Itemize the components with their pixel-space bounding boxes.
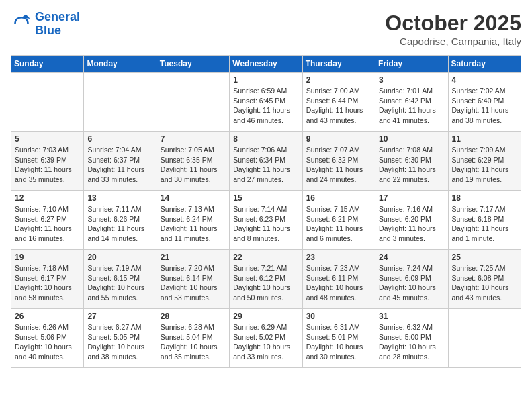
day-number: 31 <box>379 312 444 321</box>
day-info: Sunrise: 7:24 AM Sunset: 6:09 PM Dayligh… <box>379 263 444 303</box>
day-info: Sunrise: 7:14 AM Sunset: 6:23 PM Dayligh… <box>233 204 298 244</box>
day-number: 27 <box>87 312 152 321</box>
day-info: Sunrise: 7:23 AM Sunset: 6:11 PM Dayligh… <box>306 263 371 303</box>
day-info: Sunrise: 7:17 AM Sunset: 6:18 PM Dayligh… <box>452 204 517 244</box>
calendar-day-cell <box>157 73 229 132</box>
day-number: 7 <box>161 134 226 144</box>
calendar-week-row: 19 Sunrise: 7:18 AM Sunset: 6:17 PM Dayl… <box>11 250 521 309</box>
day-number: 5 <box>15 134 80 144</box>
weekday-header: Friday <box>375 56 448 73</box>
weekday-header: Sunday <box>11 56 84 73</box>
calendar-day-cell: 29 Sunrise: 6:29 AM Sunset: 5:02 PM Dayl… <box>230 309 302 368</box>
day-info: Sunrise: 7:16 AM Sunset: 6:20 PM Dayligh… <box>379 204 444 244</box>
calendar-day-cell: 19 Sunrise: 7:18 AM Sunset: 6:17 PM Dayl… <box>11 250 84 309</box>
calendar-day-cell: 13 Sunrise: 7:11 AM Sunset: 6:26 PM Dayl… <box>84 191 157 250</box>
day-number: 13 <box>87 193 152 203</box>
calendar-day-cell <box>11 73 84 132</box>
day-info: Sunrise: 7:00 AM Sunset: 6:44 PM Dayligh… <box>306 86 371 126</box>
day-number: 23 <box>306 253 371 262</box>
weekday-header: Wednesday <box>230 56 302 73</box>
day-info: Sunrise: 7:21 AM Sunset: 6:12 PM Dayligh… <box>233 263 298 303</box>
calendar-day-cell: 9 Sunrise: 7:07 AM Sunset: 6:32 PM Dayli… <box>302 132 375 191</box>
day-number: 8 <box>233 134 298 144</box>
calendar-day-cell: 11 Sunrise: 7:09 AM Sunset: 6:29 PM Dayl… <box>448 132 521 191</box>
day-number: 12 <box>15 193 80 203</box>
calendar-day-cell: 2 Sunrise: 7:00 AM Sunset: 6:44 PM Dayli… <box>302 73 375 132</box>
calendar-day-cell: 5 Sunrise: 7:03 AM Sunset: 6:39 PM Dayli… <box>11 132 84 191</box>
weekday-header: Monday <box>84 56 157 73</box>
title-block: October 2025 Capodrise, Campania, Italy <box>385 11 521 47</box>
calendar-week-row: 26 Sunrise: 6:26 AM Sunset: 5:06 PM Dayl… <box>11 309 521 368</box>
day-number: 24 <box>379 253 444 262</box>
day-info: Sunrise: 7:15 AM Sunset: 6:21 PM Dayligh… <box>306 204 371 244</box>
calendar-day-cell: 1 Sunrise: 6:59 AM Sunset: 6:45 PM Dayli… <box>230 73 302 132</box>
day-number: 2 <box>306 75 371 85</box>
day-info: Sunrise: 7:01 AM Sunset: 6:42 PM Dayligh… <box>379 86 444 126</box>
logo-blue: Blue <box>35 24 61 37</box>
day-number: 9 <box>306 134 371 144</box>
calendar-day-cell: 12 Sunrise: 7:10 AM Sunset: 6:27 PM Dayl… <box>11 191 84 250</box>
day-number: 16 <box>306 193 371 203</box>
day-number: 11 <box>452 134 517 144</box>
calendar-day-cell <box>448 309 521 368</box>
day-info: Sunrise: 6:28 AM Sunset: 5:04 PM Dayligh… <box>161 322 226 362</box>
calendar-day-cell: 8 Sunrise: 7:06 AM Sunset: 6:34 PM Dayli… <box>230 132 302 191</box>
day-info: Sunrise: 6:31 AM Sunset: 5:01 PM Dayligh… <box>306 322 371 362</box>
day-number: 10 <box>379 134 444 144</box>
calendar-day-cell: 15 Sunrise: 7:14 AM Sunset: 6:23 PM Dayl… <box>230 191 302 250</box>
day-number: 26 <box>15 312 80 321</box>
day-number: 30 <box>306 312 371 321</box>
calendar-day-cell: 16 Sunrise: 7:15 AM Sunset: 6:21 PM Dayl… <box>302 191 375 250</box>
page-header: General Blue October 2025 Capodrise, Cam… <box>11 11 521 47</box>
calendar-day-cell: 21 Sunrise: 7:20 AM Sunset: 6:14 PM Dayl… <box>157 250 229 309</box>
day-info: Sunrise: 6:26 AM Sunset: 5:06 PM Dayligh… <box>15 322 80 362</box>
logo: General Blue <box>11 11 80 38</box>
day-info: Sunrise: 7:04 AM Sunset: 6:37 PM Dayligh… <box>87 145 152 185</box>
logo-icon <box>11 13 32 35</box>
weekday-header: Tuesday <box>157 56 229 73</box>
calendar-day-cell: 27 Sunrise: 6:27 AM Sunset: 5:05 PM Dayl… <box>84 309 157 368</box>
calendar-day-cell: 24 Sunrise: 7:24 AM Sunset: 6:09 PM Dayl… <box>375 250 448 309</box>
day-number: 20 <box>87 253 152 262</box>
day-info: Sunrise: 7:09 AM Sunset: 6:29 PM Dayligh… <box>452 145 517 185</box>
day-number: 29 <box>233 312 298 321</box>
month-title: October 2025 <box>385 11 521 36</box>
day-info: Sunrise: 7:08 AM Sunset: 6:30 PM Dayligh… <box>379 145 444 185</box>
day-info: Sunrise: 7:06 AM Sunset: 6:34 PM Dayligh… <box>233 145 298 185</box>
calendar-day-cell: 10 Sunrise: 7:08 AM Sunset: 6:30 PM Dayl… <box>375 132 448 191</box>
calendar-day-cell: 23 Sunrise: 7:23 AM Sunset: 6:11 PM Dayl… <box>302 250 375 309</box>
calendar-day-cell: 30 Sunrise: 6:31 AM Sunset: 5:01 PM Dayl… <box>302 309 375 368</box>
day-number: 25 <box>452 253 517 262</box>
day-info: Sunrise: 6:27 AM Sunset: 5:05 PM Dayligh… <box>87 322 152 362</box>
day-info: Sunrise: 7:02 AM Sunset: 6:40 PM Dayligh… <box>452 86 517 126</box>
calendar-day-cell: 17 Sunrise: 7:16 AM Sunset: 6:20 PM Dayl… <box>375 191 448 250</box>
calendar-table: SundayMondayTuesdayWednesdayThursdayFrid… <box>11 55 521 368</box>
calendar-day-cell: 25 Sunrise: 7:25 AM Sunset: 6:08 PM Dayl… <box>448 250 521 309</box>
day-number: 4 <box>452 75 517 85</box>
calendar-day-cell: 20 Sunrise: 7:19 AM Sunset: 6:15 PM Dayl… <box>84 250 157 309</box>
day-info: Sunrise: 7:13 AM Sunset: 6:24 PM Dayligh… <box>161 204 226 244</box>
calendar-day-cell: 31 Sunrise: 6:32 AM Sunset: 5:00 PM Dayl… <box>375 309 448 368</box>
day-info: Sunrise: 7:19 AM Sunset: 6:15 PM Dayligh… <box>87 263 152 303</box>
day-number: 14 <box>161 193 226 203</box>
day-number: 6 <box>87 134 152 144</box>
calendar-day-cell: 28 Sunrise: 6:28 AM Sunset: 5:04 PM Dayl… <box>157 309 229 368</box>
day-info: Sunrise: 7:20 AM Sunset: 6:14 PM Dayligh… <box>161 263 226 303</box>
calendar-day-cell: 7 Sunrise: 7:05 AM Sunset: 6:35 PM Dayli… <box>157 132 229 191</box>
day-info: Sunrise: 7:11 AM Sunset: 6:26 PM Dayligh… <box>87 204 152 244</box>
calendar-week-row: 12 Sunrise: 7:10 AM Sunset: 6:27 PM Dayl… <box>11 191 521 250</box>
day-info: Sunrise: 7:25 AM Sunset: 6:08 PM Dayligh… <box>452 263 517 303</box>
logo-general: General <box>35 10 80 24</box>
calendar-day-cell: 22 Sunrise: 7:21 AM Sunset: 6:12 PM Dayl… <box>230 250 302 309</box>
day-number: 3 <box>379 75 444 85</box>
day-info: Sunrise: 7:07 AM Sunset: 6:32 PM Dayligh… <box>306 145 371 185</box>
day-info: Sunrise: 7:10 AM Sunset: 6:27 PM Dayligh… <box>15 204 80 244</box>
calendar-day-cell: 3 Sunrise: 7:01 AM Sunset: 6:42 PM Dayli… <box>375 73 448 132</box>
calendar-day-cell: 26 Sunrise: 6:26 AM Sunset: 5:06 PM Dayl… <box>11 309 84 368</box>
weekday-header: Thursday <box>302 56 375 73</box>
day-info: Sunrise: 6:59 AM Sunset: 6:45 PM Dayligh… <box>233 86 298 126</box>
day-number: 18 <box>452 193 517 203</box>
calendar-day-cell <box>84 73 157 132</box>
day-info: Sunrise: 6:29 AM Sunset: 5:02 PM Dayligh… <box>233 322 298 362</box>
logo-text: General Blue <box>35 11 80 38</box>
